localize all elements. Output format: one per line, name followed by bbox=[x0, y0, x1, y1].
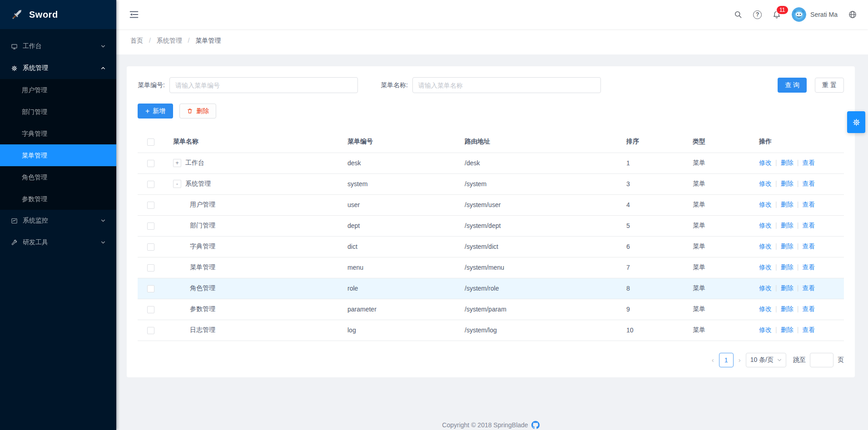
action-edit[interactable]: 修改 bbox=[759, 201, 772, 208]
row-checkbox[interactable] bbox=[147, 306, 154, 313]
action-delete[interactable]: 删除 bbox=[781, 284, 794, 292]
breadcrumb-system[interactable]: 系统管理 bbox=[157, 37, 182, 44]
menu-code-input[interactable] bbox=[169, 77, 358, 93]
action-edit[interactable]: 修改 bbox=[759, 305, 772, 312]
menu-name: 字典管理 bbox=[190, 242, 215, 251]
row-checkbox[interactable] bbox=[147, 222, 154, 230]
sidebar-item-dept-mgmt[interactable]: 部门管理 bbox=[0, 101, 116, 123]
sidebar-item-role-mgmt[interactable]: 角色管理 bbox=[0, 166, 116, 188]
row-checkbox[interactable] bbox=[147, 243, 154, 251]
sort-value: 7 bbox=[626, 257, 693, 278]
menu-code: dept bbox=[347, 215, 465, 236]
row-checkbox[interactable] bbox=[147, 202, 154, 209]
route-path: /system/dept bbox=[465, 215, 626, 236]
expand-toggle[interactable]: - bbox=[173, 180, 181, 188]
chevron-down-icon bbox=[101, 218, 105, 223]
row-actions: 修改|删除|查看 bbox=[759, 263, 815, 271]
search-icon[interactable] bbox=[734, 10, 743, 19]
action-delete[interactable]: 删除 bbox=[781, 242, 794, 250]
sidebar-item-param-mgmt[interactable]: 参数管理 bbox=[0, 188, 116, 210]
action-edit[interactable]: 修改 bbox=[759, 159, 772, 166]
action-edit[interactable]: 修改 bbox=[759, 222, 772, 229]
row-checkbox[interactable] bbox=[147, 160, 154, 167]
prev-page-icon[interactable]: ‹ bbox=[711, 356, 715, 364]
notification-bell-icon[interactable]: 11 bbox=[772, 10, 781, 19]
action-edit[interactable]: 修改 bbox=[759, 326, 772, 333]
action-view[interactable]: 查看 bbox=[802, 159, 815, 166]
user-menu[interactable]: Serati Ma bbox=[792, 7, 838, 22]
action-view[interactable]: 查看 bbox=[802, 284, 815, 292]
column-type: 类型 bbox=[693, 131, 759, 153]
breadcrumb-home[interactable]: 首页 bbox=[130, 37, 143, 44]
menu-type: 菜单 bbox=[693, 257, 759, 278]
action-edit[interactable]: 修改 bbox=[759, 242, 772, 250]
page-size-select[interactable]: 10 条/页 bbox=[746, 353, 786, 367]
menu-name-input[interactable] bbox=[412, 77, 601, 93]
row-checkbox[interactable] bbox=[147, 327, 154, 334]
action-edit[interactable]: 修改 bbox=[759, 263, 772, 271]
row-actions: 修改|删除|查看 bbox=[759, 201, 815, 208]
github-icon[interactable] bbox=[531, 421, 540, 429]
action-view[interactable]: 查看 bbox=[802, 242, 815, 250]
action-view[interactable]: 查看 bbox=[802, 201, 815, 208]
row-actions: 修改|删除|查看 bbox=[759, 159, 815, 166]
user-name: Serati Ma bbox=[810, 11, 838, 18]
table-row: 参数管理 parameter /system/param 9 菜单 修改|删除|… bbox=[138, 299, 844, 320]
action-view[interactable]: 查看 bbox=[802, 263, 815, 271]
sidebar-item-workbench[interactable]: 工作台 bbox=[0, 35, 116, 57]
action-delete[interactable]: 删除 bbox=[781, 222, 794, 229]
row-checkbox[interactable] bbox=[147, 285, 154, 292]
action-view[interactable]: 查看 bbox=[802, 180, 815, 187]
sidebar: Sword 工作台 系统 bbox=[0, 0, 116, 430]
table-row: 日志管理 log /system/log 10 菜单 修改|删除|查看 bbox=[138, 320, 844, 341]
action-delete[interactable]: 删除 bbox=[781, 201, 794, 208]
row-actions: 修改|删除|查看 bbox=[759, 242, 815, 250]
chevron-down-icon bbox=[101, 44, 105, 49]
action-edit[interactable]: 修改 bbox=[759, 180, 772, 187]
row-actions: 修改|删除|查看 bbox=[759, 180, 815, 187]
menu-fold-icon[interactable] bbox=[129, 10, 139, 20]
search-button[interactable]: 查 询 bbox=[778, 78, 807, 93]
action-delete[interactable]: 删除 bbox=[781, 159, 794, 166]
settings-panel-toggle[interactable] bbox=[847, 111, 865, 133]
sidebar-item-monitor[interactable]: 系统监控 bbox=[0, 210, 116, 232]
table-row: 字典管理 dict /system/dict 6 菜单 修改|删除|查看 bbox=[138, 236, 844, 257]
topbar: ? 11 bbox=[116, 0, 868, 29]
row-checkbox[interactable] bbox=[147, 181, 154, 188]
gear-icon bbox=[11, 65, 18, 72]
jump-page-input[interactable] bbox=[810, 353, 833, 367]
sidebar-item-system[interactable]: 系统管理 bbox=[0, 57, 116, 79]
sidebar-item-dict-mgmt[interactable]: 字典管理 bbox=[0, 123, 116, 144]
action-delete[interactable]: 删除 bbox=[781, 180, 794, 187]
action-view[interactable]: 查看 bbox=[802, 326, 815, 333]
action-view[interactable]: 查看 bbox=[802, 305, 815, 312]
table-row: + 工作台 desk /desk 1 菜单 修改|删除|查看 bbox=[138, 153, 844, 173]
globe-icon[interactable] bbox=[848, 10, 857, 19]
reset-button[interactable]: 重 置 bbox=[815, 78, 844, 93]
next-page-icon[interactable]: › bbox=[738, 356, 742, 364]
action-delete[interactable]: 删除 bbox=[781, 263, 794, 271]
delete-button[interactable]: 删除 bbox=[179, 104, 216, 119]
page-number[interactable]: 1 bbox=[719, 353, 734, 367]
plus-icon: + bbox=[145, 108, 149, 115]
sidebar-item-menu-mgmt[interactable]: 菜单管理 bbox=[0, 144, 116, 166]
action-view[interactable]: 查看 bbox=[802, 222, 815, 229]
breadcrumb-separator: / bbox=[149, 37, 151, 44]
help-icon[interactable]: ? bbox=[753, 10, 762, 19]
sidebar-item-user-mgmt[interactable]: 用户管理 bbox=[0, 79, 116, 101]
row-checkbox[interactable] bbox=[147, 264, 154, 272]
menu-code: dict bbox=[347, 236, 465, 257]
add-button[interactable]: + 新增 bbox=[138, 104, 173, 119]
action-delete[interactable]: 删除 bbox=[781, 326, 794, 333]
action-edit[interactable]: 修改 bbox=[759, 284, 772, 292]
action-delete[interactable]: 删除 bbox=[781, 305, 794, 312]
expand-toggle[interactable]: + bbox=[173, 159, 181, 167]
app-title: Sword bbox=[29, 10, 58, 20]
page-unit-label: 页 bbox=[838, 356, 844, 364]
sword-logo-icon bbox=[10, 8, 24, 21]
chevron-down-icon bbox=[777, 358, 782, 362]
select-all-checkbox[interactable] bbox=[147, 138, 154, 146]
sidebar-item-devtools[interactable]: 研发工具 bbox=[0, 232, 116, 253]
row-actions: 修改|删除|查看 bbox=[759, 222, 815, 229]
app-logo[interactable]: Sword bbox=[0, 0, 116, 29]
